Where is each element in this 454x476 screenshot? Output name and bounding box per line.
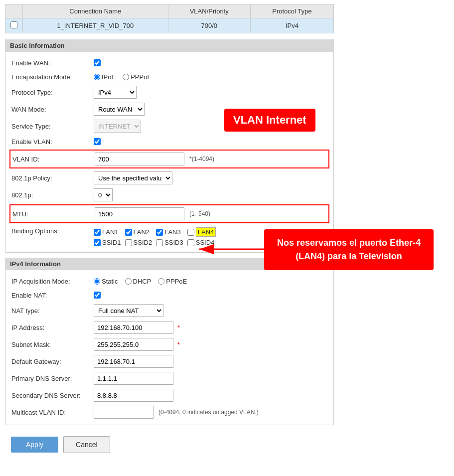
enable-nat-checkbox[interactable] <box>94 292 101 299</box>
secondary-dns-label: Secondary DNS Server: <box>11 392 94 399</box>
dhcp-option[interactable]: DHCP <box>125 278 151 285</box>
static-radio[interactable] <box>94 278 100 285</box>
lan2-checkbox[interactable] <box>125 229 132 236</box>
col-connection-name: Connection Name <box>23 4 168 18</box>
service-type-label: Service Type: <box>11 123 94 130</box>
ssid4-checkbox[interactable] <box>187 239 194 246</box>
policy-802-label: 802.1p Policy: <box>11 174 94 182</box>
ssid2-binding: SSID2 <box>125 239 152 246</box>
static-option[interactable]: Static <box>94 278 118 285</box>
lan3-checkbox[interactable] <box>156 229 163 236</box>
connection-name-cell: 1_INTERNET_R_VID_700 <box>23 18 168 33</box>
policy-802-select[interactable]: Use the specified valu Copy from inner t… <box>94 171 172 184</box>
nat-type-label: NAT type: <box>11 307 94 315</box>
protocol-type-row: Protocol Type: IPv4 IPv6 IPv4/IPv6 <box>5 84 333 101</box>
lan3-binding: LAN3 <box>156 228 183 236</box>
connection-table: Connection Name VLAN/Priority Protocol T… <box>5 4 334 33</box>
ip-address-control: * <box>94 321 327 334</box>
vlan-id-row: VLAN ID: *(1-4094) <box>9 150 329 168</box>
lan4-checkbox[interactable] <box>187 229 194 236</box>
secondary-dns-control <box>94 389 327 402</box>
mtu-hint: (1- 540) <box>189 210 210 217</box>
dhcp-radio[interactable] <box>125 278 132 285</box>
pppoe-radio[interactable] <box>123 74 129 80</box>
encapsulation-control: IPoE PPPoE <box>94 73 327 81</box>
gateway-input[interactable] <box>94 355 173 368</box>
note-annotation: Nos reservamos el puerto Ether-4 (LAN4) … <box>264 229 434 270</box>
ssid4-binding: SSID4 <box>187 239 216 246</box>
ssid2-checkbox[interactable] <box>125 239 132 246</box>
ssid1-checkbox[interactable] <box>94 239 101 246</box>
vlan-id-hint: *(1-4094) <box>189 156 214 162</box>
ssid4-label: SSID4 <box>196 239 215 246</box>
ipv4-info-body: IP Acquisition Mode: Static DHCP PPPoE E… <box>5 270 334 425</box>
p802-select[interactable]: 0 1 2 3 <box>94 188 113 201</box>
ipoe-radio[interactable] <box>94 74 100 80</box>
p802-label: 802.1p: <box>11 191 94 199</box>
pppoe-ipacq-label: PPPoE <box>166 278 187 285</box>
ssid3-checkbox[interactable] <box>156 239 163 246</box>
enable-nat-control <box>94 292 327 299</box>
primary-dns-input[interactable] <box>94 372 173 385</box>
multicast-vlan-input[interactable] <box>94 406 153 419</box>
pppoe-option[interactable]: PPPoE <box>123 73 151 81</box>
secondary-dns-input[interactable] <box>94 389 173 402</box>
col-protocol-type: Protocol Type <box>250 4 333 18</box>
nat-type-select[interactable]: Full cone NAT Symmetric NAT Address Rest… <box>94 304 163 317</box>
subnet-mask-input[interactable] <box>94 338 173 351</box>
enable-vlan-control <box>94 138 327 145</box>
encapsulation-label: Encapsulation Mode: <box>11 73 94 81</box>
p802-control: 0 1 2 3 <box>94 188 327 201</box>
enable-wan-checkbox[interactable] <box>94 59 101 66</box>
basic-info-header: Basic Information <box>5 39 334 52</box>
vlan-id-control: *(1-4094) <box>95 153 326 165</box>
ip-required: * <box>177 324 180 331</box>
button-row: Apply Cancel <box>5 430 334 459</box>
subnet-required: * <box>177 341 180 348</box>
col-vlan-priority: VLAN/Priority <box>168 4 250 18</box>
lan1-binding: LAN1 <box>94 228 121 236</box>
row-checkbox[interactable] <box>10 21 17 28</box>
ssid3-binding: SSID3 <box>156 239 183 246</box>
dhcp-label: DHCP <box>133 278 151 285</box>
wan-mode-label: WAN Mode: <box>11 106 94 113</box>
enable-wan-row: Enable WAN: <box>5 56 333 70</box>
ip-address-row: IP Address: * <box>5 319 333 336</box>
wan-mode-select[interactable]: Route WAN Bridge WAN <box>94 103 145 116</box>
multicast-vlan-control: (0-4094; 0 indicates untagged VLAN.) <box>94 406 327 419</box>
ip-address-input[interactable] <box>94 321 173 334</box>
vlan-priority-cell: 700/0 <box>168 18 250 33</box>
multicast-vlan-row: Multicast VLAN ID: (0-4094; 0 indicates … <box>5 404 333 421</box>
ipoe-option[interactable]: IPoE <box>94 73 116 81</box>
protocol-type-label: Protocol Type: <box>11 89 94 96</box>
mtu-label: MTU: <box>12 210 95 218</box>
ipv4-info-section: IPv4 Information IP Acquisition Mode: St… <box>5 258 334 425</box>
lan1-checkbox[interactable] <box>94 229 101 236</box>
gateway-label: Default Gateway: <box>11 358 94 365</box>
pppoe-ipacq-option[interactable]: PPPoE <box>158 278 187 285</box>
pppoe-ipacq-radio[interactable] <box>158 278 164 285</box>
enable-vlan-checkbox[interactable] <box>94 138 101 145</box>
secondary-dns-row: Secondary DNS Server: <box>5 387 333 404</box>
protocol-type-select[interactable]: IPv4 IPv6 IPv4/IPv6 <box>94 86 137 99</box>
table-row[interactable]: 1_INTERNET_R_VID_700 700/0 IPv4 <box>5 18 334 33</box>
enable-wan-control <box>94 59 327 66</box>
vlan-id-input[interactable] <box>95 153 184 165</box>
pppoe-label: PPPoE <box>131 73 151 81</box>
ssid1-binding: SSID1 <box>94 239 121 246</box>
primary-dns-control <box>94 372 327 385</box>
policy-802-row: 802.1p Policy: Use the specified valu Co… <box>5 169 333 186</box>
apply-button[interactable]: Apply <box>11 437 58 453</box>
static-label: Static <box>102 278 118 285</box>
nat-type-row: NAT type: Full cone NAT Symmetric NAT Ad… <box>5 302 333 319</box>
vlan-internet-annotation: VLAN Internet <box>224 109 315 132</box>
mtu-control: (1- 540) <box>95 207 326 220</box>
mtu-input[interactable] <box>95 207 184 220</box>
lan2-binding: LAN2 <box>125 228 152 236</box>
service-type-select[interactable]: INTERNET <box>94 120 141 133</box>
lan4-binding: LAN4 <box>187 227 216 237</box>
vlan-id-label: VLAN ID: <box>12 156 95 163</box>
subnet-mask-label: Subnet Mask: <box>11 341 94 348</box>
cancel-button[interactable]: Cancel <box>63 436 110 453</box>
subnet-mask-row: Subnet Mask: * <box>5 336 333 353</box>
